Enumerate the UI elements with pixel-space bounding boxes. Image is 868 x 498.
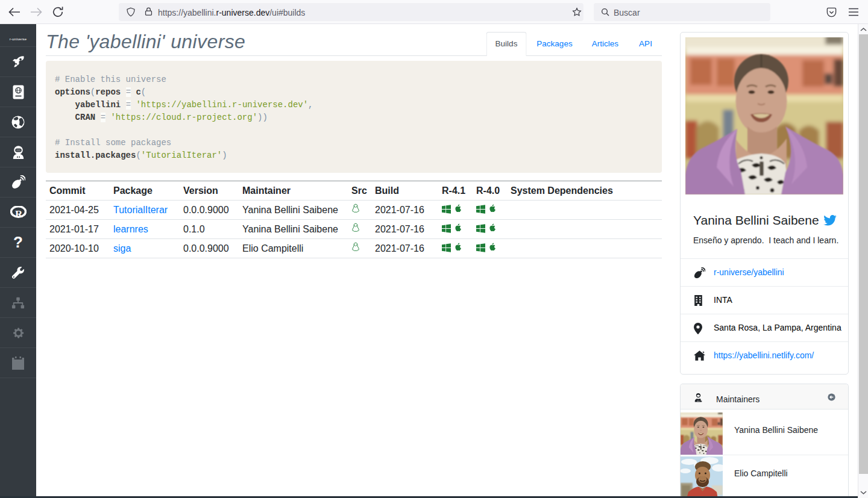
svg-text:R: R	[15, 208, 23, 219]
